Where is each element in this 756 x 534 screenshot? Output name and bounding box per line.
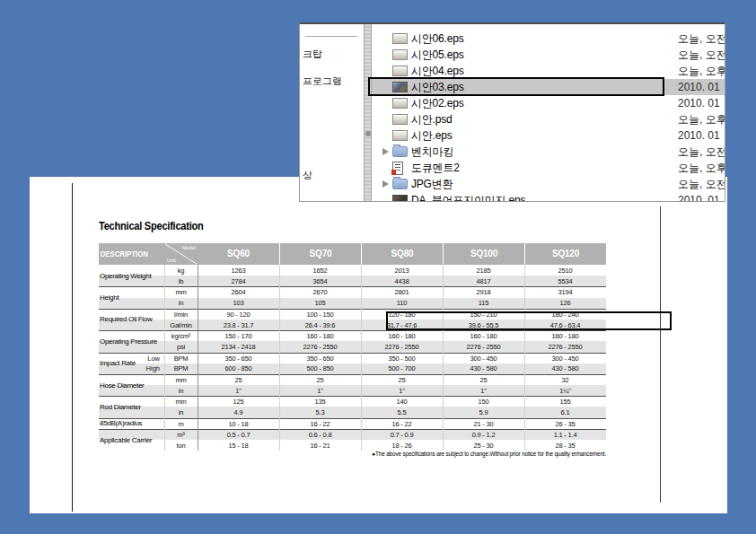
folder-icon [392,146,408,157]
sidebar-item-misc[interactable]: 상 [303,169,312,182]
file-row[interactable]: 벤치마킹오늘, 오전 [372,144,725,160]
value-cell: 350 - 650 [279,355,361,363]
file-row[interactable]: JPG변환오늘, 오전 [372,176,725,192]
value-cell: 1" [198,387,279,395]
file-name: 벤치마킹 [411,144,453,160]
value-cell: 103 [198,299,279,307]
file-date: 2010. 01 [678,194,720,201]
spec-table-body: kg12631652201321852510lb2784365444384817… [99,265,606,451]
spec-group-label: Height [99,286,164,308]
value-cell: 0.6 - 0.8 [279,431,361,439]
value-cell: 2276 - 2550 [524,343,606,351]
file-icon-box [392,146,411,157]
spec-group-label: Rod Diameter [99,396,164,417]
file-date: 오늘, 오전 [678,177,725,192]
diagonal-unit-label: Unit [167,258,176,263]
file-row[interactable]: 시안02.eps2010. 01 [372,95,725,111]
file-icon-box [392,195,411,201]
file-list: 시안06.eps오늘, 오전시안05.eps오늘, 오전시안04.eps오늘, … [372,24,725,201]
spec-row: psi2134 - 24182276 - 25502276 - 25502276… [99,341,606,352]
spec-row: in4.95.35.55.96.1 [99,407,606,417]
value-cell: 1652 [279,267,361,275]
file-browser-window: 크탑 프로그램 상 시안06.eps오늘, 오전시안05.eps오늘, 오전시안… [299,22,725,202]
spec-row: in103105110115126 [99,298,606,309]
file-row[interactable]: 도큐멘트2오늘, 오후 [372,160,725,176]
spec-row: mm125135140150155 [99,396,606,407]
finder-sidebar: 크탑 프로그램 상 [300,24,364,201]
value-cell: 2276 - 2550 [279,343,361,351]
value-cell: 2276 - 2550 [361,343,443,351]
value-cell: 23.8 - 31.7 [198,321,279,329]
file-icon-box [392,179,411,189]
unit-cell: mm [164,398,198,406]
value-cell: 15 - 18 [198,442,279,450]
value-cell: 350 - 650 [198,355,279,363]
spec-group-label: Hose Diameter [99,374,164,396]
value-cell: 150 [443,398,524,406]
value-cell: 300 - 450 [524,355,606,363]
unit-cell: l/min [164,311,198,319]
value-cell: 430 - 580 [524,364,606,372]
value-cell: 140 [361,398,443,406]
file-name: 시안.eps [411,128,452,144]
unit-cell: ton [164,442,198,450]
value-cell: 25 [443,376,524,384]
unit-cell: Gal/min [164,321,198,329]
value-cell: 4.9 [198,408,279,416]
file-name: DA_북어표지이미지.eps [411,193,525,202]
file-row[interactable]: DA_북어표지이미지.eps2010. 01 [372,192,725,201]
disclosure-triangle-icon [379,180,392,188]
value-cell: 1263 [198,267,279,275]
scrollbar[interactable] [364,24,372,201]
spec-row: in1"1"1"1"1¼" [99,385,606,396]
spec-row: m10 - 1816 - 2216 - 2221 - 3026 - 35 [99,418,606,429]
value-cell: 18 - 26 [361,442,443,450]
eps-file-icon [392,98,408,109]
value-cell: 1" [279,387,361,395]
page-right-margin-line [660,206,661,503]
file-row[interactable]: 시안05.eps오늘, 오전 [372,47,725,63]
file-date: 오늘, 오전 [678,31,725,47]
annotation-box-oil-flow [386,311,672,330]
spec-row: lb27843654443848175534 [99,276,606,286]
unit-cell: kg [164,267,198,275]
unit-cell: kg/cm² [164,332,198,340]
value-cell: 2134 - 2418 [198,343,279,351]
file-row[interactable]: 시안.psd오늘, 오후 [372,111,725,127]
spec-row: ton15 - 1816 - 2118 - 2625 - 3028 - 35 [99,440,606,451]
file-icon-box [392,114,411,125]
annotation-box-selected-file [368,77,664,96]
document-page: Technical Specification DESCRIPTION Mode… [30,177,727,513]
model-column-header-sq60: SQ60 [198,243,279,265]
value-cell: 110 [361,299,443,307]
spec-group-label: Applicable Carrier [99,429,164,451]
spec-row: mm26042670280129183194 [99,286,606,297]
sidebar-item-programs[interactable]: 프로그램 [303,74,342,88]
value-cell: 4817 [443,277,524,285]
value-cell: 2670 [279,288,361,296]
value-cell: 16 - 22 [361,420,443,428]
file-row[interactable]: 시안.eps2010. 01 [372,127,725,144]
spec-row: m³0.5 - 0.70.6 - 0.80.7 - 0.90.9 - 1.21.… [99,429,606,440]
value-cell: 300 - 450 [443,355,524,363]
scrollbar-thumb[interactable] [365,131,371,136]
disclosure-triangle-icon [379,148,392,155]
value-cell: 26.4 - 39.6 [279,321,361,329]
spec-row: HighBPM600 - 850500 - 850500 - 700430 - … [99,363,606,374]
sidebar-item-desktop[interactable]: 크탑 [303,48,322,61]
value-cell: 4438 [361,277,443,285]
value-cell: 500 - 850 [279,364,361,372]
model-unit-diagonal-cell: Model Unit [164,243,198,265]
page-left-margin-line [72,183,73,512]
model-column-header-sq120: SQ120 [524,243,606,265]
file-row[interactable]: 시안06.eps오늘, 오전 [372,31,725,47]
spec-group-label: Required Oil Flow [99,309,164,330]
value-cell: 16 - 21 [279,442,361,450]
eps-file-icon [392,33,408,44]
value-cell: 21 - 30 [443,420,524,428]
eps-file-icon [392,49,408,60]
spec-title: Technical Specification [99,219,204,232]
file-icon-box [392,49,411,60]
sidebar-divider [305,36,357,37]
value-cell: 125 [198,398,279,406]
